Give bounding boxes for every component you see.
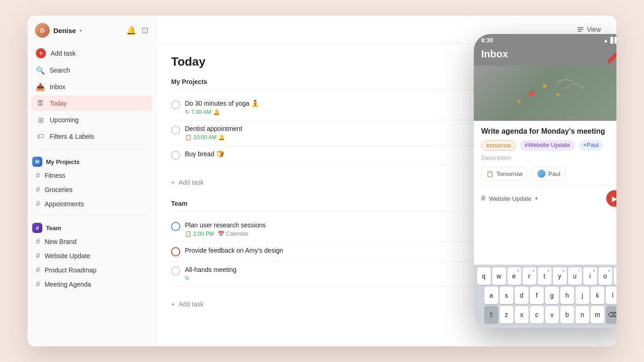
keyboard-row-1: q w e3 r4 t5 y6 u7 i8 o9 p0 <box>476 267 616 285</box>
key-q[interactable]: q <box>477 267 491 285</box>
key-l[interactable]: l <box>606 287 616 304</box>
task-checkbox[interactable] <box>171 125 180 135</box>
sidebar-item-search[interactable]: 🔍 Search <box>31 62 152 78</box>
key-w[interactable]: w <box>492 267 506 285</box>
fitness-label: Fitness <box>45 172 65 179</box>
add-task-button[interactable]: + Add task <box>31 45 152 62</box>
upcoming-icon: ⊞ <box>36 115 45 124</box>
sidebar-item-website-update[interactable]: # Website Update <box>31 249 152 263</box>
key-i[interactable]: i8 <box>583 267 597 285</box>
filters-label: Filters & Labels <box>50 133 94 140</box>
my-projects-label: My Projects <box>46 158 80 165</box>
sidebar-item-fitness[interactable]: # Fitness <box>31 169 152 182</box>
key-r[interactable]: r4 <box>523 267 536 285</box>
sidebar-item-product-roadmap[interactable]: # Product Roadmap <box>31 263 152 277</box>
tag-paul: +Paul <box>579 140 604 151</box>
sidebar-item-upcoming[interactable]: ⊞ Upcoming <box>31 112 152 128</box>
key-x[interactable]: x <box>515 306 529 323</box>
signal-icon: ▋▋▋ <box>610 37 616 44</box>
map-decoration <box>474 66 616 121</box>
sidebar: D Denise ▾ 🔔 ⊡ + Add task 🔍 Search 📥 Inb… <box>28 16 156 346</box>
key-g[interactable]: g <box>545 287 559 304</box>
key-b[interactable]: b <box>560 306 574 323</box>
divider-2 <box>35 215 149 215</box>
search-icon: 🔍 <box>36 66 45 75</box>
mobile-meta-row: 📋 Tomorrow Paul <box>481 167 616 181</box>
hash-icon-mobile: # <box>481 194 485 203</box>
task-checkbox-red[interactable] <box>171 247 180 256</box>
wifi-icon: ▲ <box>603 37 609 44</box>
sidebar-item-appointments[interactable]: # Appointments <box>31 197 152 211</box>
bell-icon[interactable]: 🔔 <box>126 25 136 35</box>
layout-icon[interactable]: ⊡ <box>142 25 149 35</box>
sidebar-item-new-brand[interactable]: # New Brand <box>31 235 152 249</box>
key-e[interactable]: e3 <box>507 267 521 285</box>
mobile-keyboard: q w e3 r4 t5 y6 u7 i8 o9 p0 a s d f g <box>474 265 616 328</box>
filters-icon: 🏷 <box>36 132 45 141</box>
task-checkbox[interactable] <box>171 151 180 160</box>
key-z[interactable]: z <box>500 306 513 323</box>
product-roadmap-label: Product Roadmap <box>45 266 97 274</box>
team-nav: # New Brand # Website Update # Product R… <box>28 235 156 292</box>
view-label: View <box>587 26 601 33</box>
plus-icon: + <box>171 300 175 308</box>
sidebar-item-inbox[interactable]: 📥 Inbox <box>31 79 152 95</box>
recur-icon: ↻ <box>185 275 190 282</box>
task-time: 📋 2:00 PM <box>185 231 214 237</box>
sidebar-item-filters[interactable]: 🏷 Filters & Labels <box>31 129 152 144</box>
mobile-paul-pill[interactable]: Paul <box>532 167 565 181</box>
team-avatar: d <box>32 223 42 233</box>
hash-icon: # <box>36 238 40 246</box>
key-h[interactable]: h <box>560 287 574 304</box>
key-c[interactable]: c <box>530 306 544 323</box>
user-info[interactable]: D Denise ▾ <box>35 23 82 38</box>
key-m[interactable]: m <box>591 306 604 323</box>
key-shift[interactable]: ⇧ <box>484 306 498 323</box>
key-f[interactable]: f <box>530 287 544 304</box>
add-task-label: Add task <box>51 50 75 57</box>
team-label: Team <box>46 225 61 232</box>
mobile-screen: 8:30 ▲ ▋▋▋ Inbox ⋮ <box>474 34 616 328</box>
key-u[interactable]: u7 <box>568 267 582 285</box>
key-a[interactable]: a <box>484 287 498 304</box>
sidebar-header: D Denise ▾ 🔔 ⊡ <box>28 23 156 45</box>
new-brand-label: New Brand <box>45 238 76 245</box>
upcoming-label: Upcoming <box>50 116 79 124</box>
avatar: D <box>35 23 50 38</box>
task-calendar: 📅 Calendar <box>218 231 248 237</box>
key-y[interactable]: y6 <box>553 267 567 285</box>
my-projects-nav: # Fitness # Groceries # Appointments <box>28 169 156 211</box>
sidebar-item-groceries[interactable]: # Groceries <box>31 183 152 197</box>
key-o[interactable]: o9 <box>598 267 612 285</box>
mobile-task-card: Write agenda for Monday's meeting tomorr… <box>474 121 616 265</box>
hash-icon: # <box>36 186 40 194</box>
key-n[interactable]: n <box>575 306 589 323</box>
sidebar-item-meeting-agenda[interactable]: # Meeting Agenda <box>31 277 152 291</box>
hash-icon: # <box>36 200 40 208</box>
key-v[interactable]: v <box>545 306 559 323</box>
mobile-status-bar: 8:30 ▲ ▋▋▋ <box>474 34 616 46</box>
inbox-icon: 📥 <box>36 82 45 91</box>
paul-label: Paul <box>548 170 560 177</box>
mobile-description[interactable]: Description <box>481 154 616 161</box>
task-checkbox[interactable] <box>171 100 180 109</box>
key-j[interactable]: j <box>575 287 589 304</box>
mobile-map-area <box>474 66 616 121</box>
search-label: Search <box>50 67 70 74</box>
paul-avatar <box>537 170 546 178</box>
task-checkbox[interactable] <box>171 266 180 276</box>
app-window: D Denise ▾ 🔔 ⊡ + Add task 🔍 Search 📥 Inb… <box>28 16 616 346</box>
key-p[interactable]: p0 <box>614 267 617 285</box>
appointments-label: Appointments <box>45 200 84 208</box>
key-t[interactable]: t5 <box>538 267 552 285</box>
key-k[interactable]: k <box>591 287 604 304</box>
sidebar-item-today[interactable]: 🗓 Today <box>31 96 152 111</box>
mobile-overlay: 8:30 ▲ ▋▋▋ Inbox ⋮ <box>474 34 616 328</box>
mobile-tomorrow-pill[interactable]: 📋 Tomorrow <box>481 167 528 181</box>
my-projects-avatar: M <box>32 157 42 167</box>
task-checkbox-blue[interactable] <box>171 222 180 231</box>
mobile-submit-button[interactable]: ▶ <box>606 190 616 207</box>
key-backspace[interactable]: ⌫ <box>606 306 616 323</box>
key-s[interactable]: s <box>500 287 513 304</box>
key-d[interactable]: d <box>515 287 529 304</box>
